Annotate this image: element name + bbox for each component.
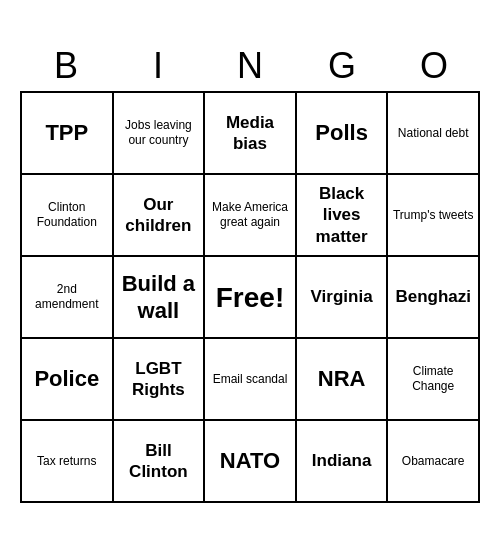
bingo-cell: Polls	[297, 93, 389, 175]
bingo-cell: NRA	[297, 339, 389, 421]
bingo-cell: LGBT Rights	[114, 339, 206, 421]
bingo-cell: Clinton Foundation	[22, 175, 114, 257]
bingo-cell: Our children	[114, 175, 206, 257]
bingo-cell: Jobs leaving our country	[114, 93, 206, 175]
bingo-cell: Climate Change	[388, 339, 480, 421]
bingo-cell: Media bias	[205, 93, 297, 175]
bingo-cell: Indiana	[297, 421, 389, 503]
bingo-cell: Obamacare	[388, 421, 480, 503]
bingo-title: BINGO	[20, 41, 480, 91]
bingo-cell: Email scandal	[205, 339, 297, 421]
bingo-cell: Virginia	[297, 257, 389, 339]
bingo-cell: Tax returns	[22, 421, 114, 503]
bingo-cell: Black lives matter	[297, 175, 389, 257]
bingo-cell: Police	[22, 339, 114, 421]
bingo-cell: 2nd amendment	[22, 257, 114, 339]
bingo-cell: TPP	[22, 93, 114, 175]
bingo-cell: Make America great again	[205, 175, 297, 257]
bingo-cell: National debt	[388, 93, 480, 175]
bingo-cell: Trump's tweets	[388, 175, 480, 257]
bingo-cell: NATO	[205, 421, 297, 503]
bingo-cell: Build a wall	[114, 257, 206, 339]
bingo-card: BINGO TPPJobs leaving our countryMedia b…	[20, 41, 480, 503]
bingo-letter: I	[116, 45, 200, 87]
bingo-cell: Free!	[205, 257, 297, 339]
bingo-letter: N	[208, 45, 292, 87]
bingo-letter: O	[392, 45, 476, 87]
bingo-letter: B	[24, 45, 108, 87]
bingo-cell: Benghazi	[388, 257, 480, 339]
bingo-grid: TPPJobs leaving our countryMedia biasPol…	[20, 91, 480, 503]
bingo-letter: G	[300, 45, 384, 87]
bingo-cell: Bill Clinton	[114, 421, 206, 503]
